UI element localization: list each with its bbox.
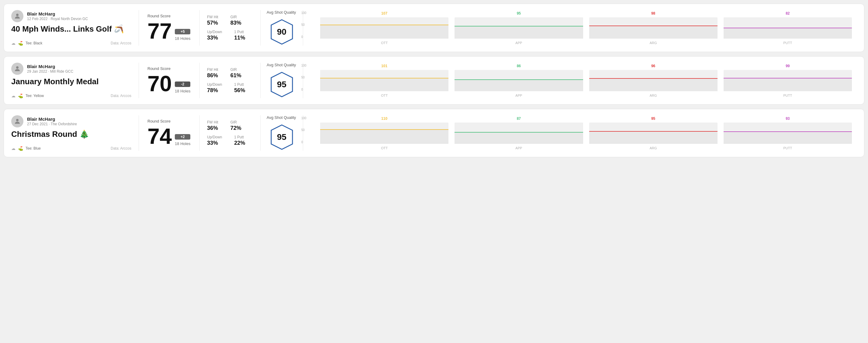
- quality-label: Avg Shot Quality: [267, 63, 296, 67]
- bar-value-label: 95: [517, 11, 521, 15]
- quality-score: 95: [277, 132, 286, 142]
- bar-column-ott: 110 OTT: [320, 117, 448, 150]
- stat-oneputt-value: 11%: [234, 35, 245, 41]
- user-icon: [14, 65, 21, 72]
- bar-fill: [320, 129, 448, 144]
- stat-gir-label: GIR: [230, 67, 241, 72]
- bar-fill: [455, 26, 583, 39]
- stat-fw-hit: FW Hit 86%: [207, 67, 218, 79]
- card-footer: ☁ ⛳ Tee: Yellow Data: Arccos: [11, 93, 131, 98]
- stat-oneputt-label: 1 Putt: [234, 30, 245, 34]
- holes-label: 18 Holes: [175, 89, 190, 93]
- bar-axis-label: PUTT: [783, 94, 792, 97]
- date-venue: 29 Jan 2022 · Mill Ride GCC: [27, 69, 73, 73]
- user-info: Blair McHarg 12 Feb 2022 · Royal North D…: [27, 11, 88, 21]
- bar-line: [455, 26, 583, 27]
- bar-value-label: 101: [381, 64, 388, 68]
- stat-updown-value: 33%: [207, 35, 222, 41]
- avatar: [11, 10, 23, 22]
- bag-icon: ⛳: [18, 41, 23, 45]
- bar-axis-label: ARG: [650, 146, 657, 150]
- bar-value-label: 95: [651, 117, 655, 121]
- chart-section: 100 50 0 101 OTT 86: [303, 63, 857, 98]
- stat-gir: GIR 61%: [230, 67, 241, 79]
- score-modifier: +5: [175, 29, 190, 34]
- card-footer: ☁ ⛳ Tee: Blue Data: Arccos: [11, 146, 131, 151]
- bar-value-label: 98: [651, 11, 655, 15]
- stat-updown-label: Up/Down: [207, 30, 222, 34]
- round-card-3: Blair McHarg 27 Dec 2021 · The Oxfordshi…: [4, 109, 864, 157]
- hexagon: 95: [268, 71, 296, 98]
- stat-gir-label: GIR: [230, 15, 241, 19]
- bar-column-arg: 96 ARG: [589, 64, 717, 97]
- bar-line: [320, 78, 448, 79]
- bar-wrapper: [320, 123, 448, 144]
- bar-line: [589, 131, 717, 132]
- tee-info: ☁ ⛳ Tee: Yellow: [11, 93, 44, 98]
- stat-fw-hit-label: FW Hit: [207, 15, 218, 19]
- data-source: Data: Arccos: [111, 94, 131, 98]
- bar-line: [320, 129, 448, 130]
- stat-gir-label: GIR: [230, 120, 241, 124]
- stat-updown-value: 33%: [207, 140, 222, 146]
- user-header: Blair McHarg 27 Dec 2021 · The Oxfordshi…: [11, 115, 131, 127]
- score-number: 74: [148, 125, 172, 147]
- score-row: 77 +5 18 Holes: [148, 20, 191, 42]
- card-left: Blair McHarg 29 Jan 2022 · Mill Ride GCC…: [11, 63, 139, 98]
- bar-axis-label: ARG: [650, 41, 657, 45]
- bar-fill: [320, 78, 448, 91]
- quality-label: Avg Shot Quality: [267, 115, 296, 120]
- bar-value-label: 99: [785, 64, 789, 68]
- stat-fw-hit-label: FW Hit: [207, 120, 218, 124]
- bar-wrapper: [723, 123, 852, 144]
- stat-updown: Up/Down 33%: [207, 30, 222, 41]
- card-left: Blair McHarg 12 Feb 2022 · Royal North D…: [11, 10, 139, 45]
- stat-fw-hit-value: 86%: [207, 72, 218, 79]
- tee-label: Tee: Yellow: [26, 94, 44, 98]
- user-info: Blair McHarg 29 Jan 2022 · Mill Ride GCC: [27, 64, 73, 73]
- stats-row-bottom: Up/Down 33% 1 Putt 22%: [207, 135, 253, 146]
- bar-wrapper: [589, 123, 717, 144]
- stat-updown: Up/Down 78%: [207, 83, 222, 94]
- data-source: Data: Arccos: [111, 146, 131, 151]
- bar-value-label: 110: [381, 117, 388, 121]
- stat-updown: Up/Down 33%: [207, 135, 222, 146]
- bar-value-label: 86: [517, 64, 521, 68]
- bar-wrapper: [320, 70, 448, 91]
- bar-column-arg: 98 ARG: [589, 11, 717, 45]
- user-name: Blair McHarg: [27, 117, 77, 122]
- stats-row-bottom: Up/Down 33% 1 Putt 11%: [207, 30, 253, 41]
- bar-axis-label: ARG: [650, 94, 657, 97]
- stat-fw-hit-value: 36%: [207, 125, 218, 131]
- bar-line: [589, 26, 717, 27]
- holes-label: 18 Holes: [175, 142, 190, 146]
- score-modifier: +2: [175, 134, 190, 139]
- score-meta: -2 18 Holes: [175, 82, 190, 95]
- bar-column-app: 87 APP: [455, 117, 583, 150]
- score-label: Round Score: [148, 119, 191, 123]
- holes-label: 18 Holes: [175, 36, 190, 41]
- bar-line: [589, 78, 717, 79]
- score-section: Round Score 70 -2 18 Holes: [139, 63, 200, 98]
- bar-column-putt: 99 PUTT: [723, 64, 852, 97]
- stat-oneputt-value: 56%: [234, 87, 245, 94]
- quality-section: Avg Shot Quality 90: [260, 10, 303, 45]
- bar-fill: [723, 131, 852, 144]
- bar-fill: [320, 25, 448, 39]
- card-footer: ☁ ⛳ Tee: Black Data: Arccos: [11, 41, 131, 45]
- score-row: 74 +2 18 Holes: [148, 125, 191, 147]
- tee-info: ☁ ⛳ Tee: Black: [11, 41, 42, 45]
- bar-fill: [455, 132, 583, 144]
- bar-value-label: 96: [651, 64, 655, 68]
- stat-oneputt: 1 Putt 22%: [234, 135, 245, 146]
- quality-section: Avg Shot Quality 95: [260, 63, 303, 98]
- bar-fill: [723, 78, 852, 91]
- user-header: Blair McHarg 12 Feb 2022 · Royal North D…: [11, 10, 131, 22]
- bar-wrapper: [455, 123, 583, 144]
- weather-icon: ☁: [11, 93, 16, 98]
- stat-oneputt: 1 Putt 11%: [234, 30, 245, 41]
- bar-axis-label: APP: [515, 146, 522, 150]
- bar-line: [320, 25, 448, 26]
- bar-line: [455, 80, 583, 80]
- bag-icon: ⛳: [18, 93, 23, 98]
